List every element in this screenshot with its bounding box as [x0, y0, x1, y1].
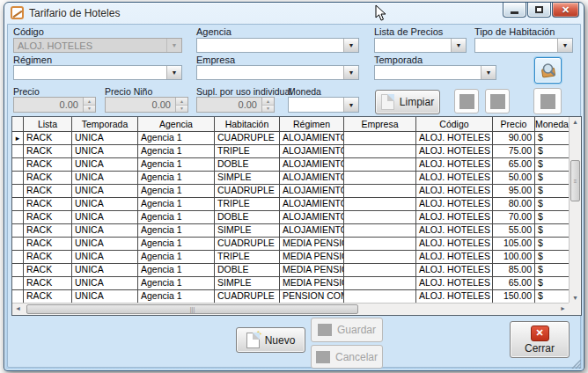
- grid-cell[interactable]: ALOJ. HOTELES: [416, 198, 493, 211]
- grid-cell[interactable]: Agencia 1: [138, 211, 215, 224]
- grid-cell[interactable]: Agencia 1: [138, 198, 215, 211]
- grid-cell[interactable]: Agencia 1: [138, 132, 215, 145]
- table-row[interactable]: RACKUNICAAgencia 1CUADRUPLEALOJAMIENTO/D…: [12, 185, 569, 198]
- grid-column-header[interactable]: Habitación: [215, 117, 280, 132]
- chevron-down-icon[interactable]: ▼: [343, 39, 358, 52]
- grid-cell[interactable]: $: [535, 224, 569, 238]
- grid-cell[interactable]: [344, 145, 416, 158]
- empresa-combobox[interactable]: ▼: [196, 65, 359, 80]
- grid-cell[interactable]: RACK: [24, 132, 72, 145]
- grid-cell[interactable]: ALOJ. HOTELES: [416, 264, 493, 277]
- grid-cell[interactable]: [344, 277, 416, 290]
- grid-cell[interactable]: [344, 251, 416, 264]
- grid-cell[interactable]: ALOJAMIENTO/DE: [280, 185, 344, 198]
- grid-cell[interactable]: MEDIA PENSION: [280, 251, 344, 264]
- table-row[interactable]: RACKUNICAAgencia 1DOBLEMEDIA PENSIONALOJ…: [12, 264, 569, 277]
- search-button[interactable]: [534, 57, 562, 84]
- grid-column-header[interactable]: Moneda: [535, 117, 570, 132]
- cerrar-button[interactable]: ✕ Cerrar: [510, 321, 570, 358]
- resize-grip[interactable]: [570, 358, 581, 369]
- grid-cell[interactable]: Agencia 1: [138, 277, 215, 290]
- grid-cell[interactable]: ALOJ. HOTELES: [416, 145, 493, 158]
- grid-cell[interactable]: $: [535, 158, 569, 172]
- scroll-up-icon[interactable]: ▲: [570, 119, 581, 125]
- grid-cell[interactable]: ALOJAMIENTO: [280, 158, 344, 172]
- scroll-right-icon[interactable]: ►: [560, 305, 566, 311]
- grid-cell[interactable]: 95.00: [493, 185, 535, 198]
- table-row[interactable]: RACKUNICAAgencia 1TRIPLEALOJAMIENTO/DEAL…: [12, 198, 569, 211]
- grid-cell[interactable]: ALOJ. HOTELES: [416, 224, 493, 238]
- chevron-down-icon[interactable]: ▼: [481, 66, 496, 79]
- grid-cell[interactable]: Agencia 1: [138, 224, 215, 238]
- grid-cell[interactable]: UNICA: [72, 264, 138, 277]
- grid-cell[interactable]: Agencia 1: [138, 185, 215, 198]
- grid-cell[interactable]: RACK: [24, 238, 72, 251]
- grid-cell[interactable]: ALOJAMIENTO/DE: [280, 211, 344, 224]
- grid-cell[interactable]: TRIPLE: [215, 198, 280, 211]
- horizontal-scrollbar-thumb[interactable]: |||: [26, 304, 358, 314]
- grid-cell[interactable]: ALOJAMIENTO: [280, 132, 344, 145]
- grid-cell[interactable]: Agencia 1: [138, 172, 215, 185]
- grid-cell[interactable]: ALOJAMIENTO: [280, 145, 344, 158]
- moneda-combobox[interactable]: ▼: [288, 97, 359, 113]
- grid-cell[interactable]: [344, 290, 416, 303]
- grid-cell[interactable]: ALOJ. HOTELES: [416, 290, 493, 303]
- placeholder-button-3[interactable]: [533, 88, 562, 114]
- agencia-combobox[interactable]: ▼: [196, 38, 359, 53]
- regimen-combobox[interactable]: ▼: [13, 65, 182, 80]
- grid-cell[interactable]: ALOJ. HOTELES: [416, 185, 493, 198]
- grid-cell[interactable]: Agencia 1: [138, 251, 215, 264]
- grid-cell[interactable]: MEDIA PENSION: [280, 264, 344, 277]
- grid-cell[interactable]: Agencia 1: [138, 238, 215, 251]
- chevron-down-icon[interactable]: ▼: [451, 39, 466, 52]
- table-row[interactable]: RACKUNICAAgencia 1DOBLEALOJAMIENTOALOJ. …: [12, 158, 569, 172]
- grid-cell[interactable]: ALOJAMIENTO/DE: [280, 198, 344, 211]
- grid-cell[interactable]: [344, 158, 416, 172]
- table-row[interactable]: RACKUNICAAgencia 1TRIPLEALOJAMIENTOALOJ.…: [12, 145, 569, 158]
- chevron-down-icon[interactable]: ▼: [343, 66, 358, 79]
- grid-cell[interactable]: UNICA: [72, 132, 138, 145]
- grid-cell[interactable]: Agencia 1: [138, 290, 215, 303]
- grid-cell[interactable]: RACK: [24, 290, 72, 303]
- grid-cell[interactable]: CUADRUPLE: [215, 185, 280, 198]
- tipo-habitacion-combobox[interactable]: ▼: [474, 38, 573, 53]
- grid-cell[interactable]: $: [535, 132, 569, 145]
- grid-cell[interactable]: 100.00: [493, 251, 535, 264]
- table-row[interactable]: RACKUNICAAgencia 1SIMPLEMEDIA PENSIONALO…: [12, 277, 569, 290]
- grid-cell[interactable]: ALOJ. HOTELES: [416, 158, 493, 172]
- table-row[interactable]: RACKUNICAAgencia 1DOBLEALOJAMIENTO/DEALO…: [12, 211, 569, 224]
- grid-cell[interactable]: [344, 264, 416, 277]
- grid-cell[interactable]: UNICA: [72, 198, 138, 211]
- grid-cell[interactable]: 90.00: [493, 132, 535, 145]
- grid-cell[interactable]: TRIPLE: [215, 145, 280, 158]
- grid-cell[interactable]: $: [535, 264, 569, 277]
- grid-cell[interactable]: $: [535, 251, 569, 264]
- grid-column-header[interactable]: Precio: [493, 117, 535, 132]
- chevron-down-icon[interactable]: ▼: [166, 66, 181, 79]
- grid-cell[interactable]: RACK: [24, 185, 72, 198]
- grid-cell[interactable]: ALOJAMIENTO: [280, 172, 344, 185]
- grid-cell[interactable]: $: [535, 172, 569, 185]
- minimize-button[interactable]: [503, 3, 526, 18]
- maximize-button[interactable]: [527, 3, 551, 18]
- grid-cell[interactable]: $: [535, 211, 569, 224]
- grid-cell[interactable]: 150.00: [493, 290, 535, 303]
- grid-cell[interactable]: 70.00: [493, 211, 535, 224]
- grid-cell[interactable]: 65.00: [493, 277, 535, 290]
- placeholder-button-1[interactable]: [454, 89, 479, 113]
- grid-cell[interactable]: $: [535, 277, 569, 290]
- grid-cell[interactable]: MEDIA PENSION: [280, 238, 344, 251]
- grid-cell[interactable]: $: [535, 185, 569, 198]
- grid-cell[interactable]: ALOJ. HOTELES: [416, 132, 493, 145]
- grid-cell[interactable]: RACK: [24, 277, 72, 290]
- grid-cell[interactable]: RACK: [24, 172, 72, 185]
- chevron-down-icon[interactable]: ▼: [557, 39, 572, 52]
- grid-cell[interactable]: [344, 198, 416, 211]
- grid-cell[interactable]: SIMPLE: [215, 224, 280, 238]
- grid-cell[interactable]: RACK: [24, 264, 72, 277]
- grid-cell[interactable]: ALOJ. HOTELES: [416, 251, 493, 264]
- grid-cell[interactable]: [344, 185, 416, 198]
- grid-cell[interactable]: 80.00: [493, 198, 535, 211]
- grid-cell[interactable]: ALOJAMIENTO/DE: [280, 224, 344, 238]
- grid-cell[interactable]: 55.00: [493, 224, 535, 238]
